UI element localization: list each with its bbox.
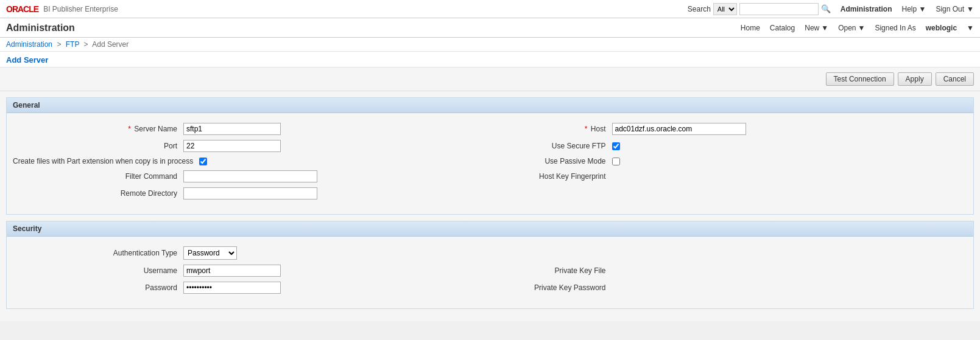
help-button[interactable]: Help ▼ xyxy=(901,5,926,13)
breadcrumb-admin[interactable]: Administration xyxy=(6,40,52,49)
port-input[interactable] xyxy=(183,140,281,152)
search-area: Search All 🔍 Administration Help ▼ Sign … xyxy=(688,3,974,15)
private-key-password-label: Private Key Password xyxy=(490,283,612,292)
auth-type-select[interactable]: Password Private Key xyxy=(183,246,237,260)
help-label: Help xyxy=(901,5,917,13)
nav-new-dropdown-icon: ▼ xyxy=(821,24,828,32)
password-input[interactable] xyxy=(183,282,281,294)
copy-label: Create files with Part extension when co… xyxy=(13,157,199,165)
top-navigation-bar: ORACLE BI Publisher Enterprise Search Al… xyxy=(0,0,980,18)
username-row: Username Private Key File xyxy=(13,265,967,277)
use-passive-mode-label: Use Passive Mode xyxy=(490,157,612,165)
remote-directory-left: Remote Directory xyxy=(13,187,490,199)
password-row: Password Private Key Password xyxy=(13,282,967,294)
action-bar: Test Connection Apply Cancel xyxy=(0,68,980,91)
test-connection-button[interactable]: Test Connection xyxy=(826,72,894,86)
filter-command-input[interactable] xyxy=(183,170,317,182)
port-label: Port xyxy=(13,142,183,150)
host-key-fingerprint-right: Host Key Fingerprint xyxy=(490,172,968,181)
security-section-title: Security xyxy=(13,224,41,233)
copy-left: Create files with Part extension when co… xyxy=(13,157,490,165)
password-label: Password xyxy=(13,283,183,292)
username-left: Username xyxy=(13,265,490,277)
host-right: * Host xyxy=(490,123,968,135)
use-secure-ftp-right: Use Secure FTP xyxy=(490,142,968,150)
signout-button[interactable]: Sign Out xyxy=(936,5,964,13)
add-server-link[interactable]: Add Server xyxy=(6,55,48,64)
filter-command-row: Filter Command Host Key Fingerprint xyxy=(13,170,967,182)
nav-open-dropdown-icon: ▼ xyxy=(858,24,865,32)
help-dropdown-icon: ▼ xyxy=(919,5,926,13)
security-section: Security Authentication Type Password Pr… xyxy=(6,221,974,309)
nav-open[interactable]: Open ▼ xyxy=(838,24,865,32)
search-input[interactable] xyxy=(739,3,819,15)
security-section-header: Security xyxy=(7,221,973,237)
breadcrumb: Administration > FTP > Add Server xyxy=(0,38,980,52)
server-name-row: * Server Name * Host xyxy=(13,123,967,135)
general-section-body: * Server Name * Host Port xyxy=(7,113,973,214)
oracle-logo: ORACLE xyxy=(6,4,38,14)
bi-publisher-label: BI Publisher Enterprise xyxy=(43,5,118,13)
breadcrumb-current: Add Server xyxy=(92,40,129,49)
main-content: General * Server Name * Host xyxy=(0,91,980,321)
breadcrumb-sep-2: > xyxy=(84,40,88,49)
copy-checkbox[interactable] xyxy=(199,158,207,165)
auth-type-label: Authentication Type xyxy=(13,249,183,257)
page-title: Administration xyxy=(6,23,741,33)
username-input[interactable] xyxy=(183,265,281,277)
server-name-left: * Server Name xyxy=(13,123,490,135)
server-name-label: * Server Name xyxy=(13,125,183,133)
logo-area: ORACLE BI Publisher Enterprise xyxy=(6,4,118,14)
auth-type-left: Authentication Type Password Private Key xyxy=(13,246,490,260)
remote-directory-label: Remote Directory xyxy=(13,189,183,198)
host-key-fingerprint-label: Host Key Fingerprint xyxy=(490,172,612,181)
password-left: Password xyxy=(13,282,490,294)
general-section-header: General xyxy=(7,98,973,113)
remote-directory-row: Remote Directory xyxy=(13,187,967,199)
page-header: Add Server xyxy=(0,52,980,68)
search-label: Search xyxy=(688,5,711,13)
host-label: * Host xyxy=(490,125,612,133)
nav-new[interactable]: New ▼ xyxy=(805,24,828,32)
host-input[interactable] xyxy=(612,123,746,135)
filter-command-label: Filter Command xyxy=(13,172,183,181)
port-row: Port Use Secure FTP xyxy=(13,140,967,152)
use-secure-ftp-label: Use Secure FTP xyxy=(490,142,612,150)
breadcrumb-ftp[interactable]: FTP xyxy=(66,40,79,49)
nav-open-label: Open xyxy=(838,24,856,32)
required-star-server-name: * xyxy=(128,125,131,133)
filter-command-left: Filter Command xyxy=(13,170,490,182)
use-passive-mode-right: Use Passive Mode xyxy=(490,157,968,165)
username-label: Username xyxy=(13,266,183,275)
nav-home[interactable]: Home xyxy=(741,24,760,32)
private-key-file-label: Private Key File xyxy=(490,266,612,275)
apply-button[interactable]: Apply xyxy=(898,72,932,86)
general-section-title: General xyxy=(13,101,40,109)
cancel-button[interactable]: Cancel xyxy=(936,72,974,86)
administration-link[interactable]: Administration xyxy=(841,5,892,13)
search-icon[interactable]: 🔍 xyxy=(821,4,831,13)
security-section-body: Authentication Type Password Private Key… xyxy=(7,237,973,308)
signed-in-user: weblogic xyxy=(926,24,957,32)
nav-catalog[interactable]: Catalog xyxy=(770,24,795,32)
remote-directory-input[interactable] xyxy=(183,187,317,199)
server-name-input[interactable] xyxy=(183,123,281,135)
breadcrumb-sep-1: > xyxy=(57,40,61,49)
nav-new-label: New xyxy=(805,24,819,32)
search-scope-select[interactable]: All xyxy=(713,3,737,15)
secondary-navigation-bar: Administration Home Catalog New ▼ Open ▼… xyxy=(0,18,980,38)
private-key-file-right: Private Key File xyxy=(490,266,968,275)
port-left: Port xyxy=(13,140,490,152)
nav-links: Home Catalog New ▼ Open ▼ Signed In As w… xyxy=(741,24,974,32)
general-section: General * Server Name * Host xyxy=(6,97,974,215)
signout-dropdown-icon: ▼ xyxy=(967,5,974,13)
copy-row: Create files with Part extension when co… xyxy=(13,157,967,165)
signed-in-dropdown-icon: ▼ xyxy=(967,24,974,32)
auth-type-row: Authentication Type Password Private Key xyxy=(13,246,967,260)
required-star-host: * xyxy=(585,125,588,133)
use-secure-ftp-checkbox[interactable] xyxy=(612,142,620,150)
signed-in-label: Signed In As xyxy=(875,24,915,32)
private-key-password-right: Private Key Password xyxy=(490,283,968,292)
use-passive-mode-checkbox[interactable] xyxy=(612,158,620,165)
